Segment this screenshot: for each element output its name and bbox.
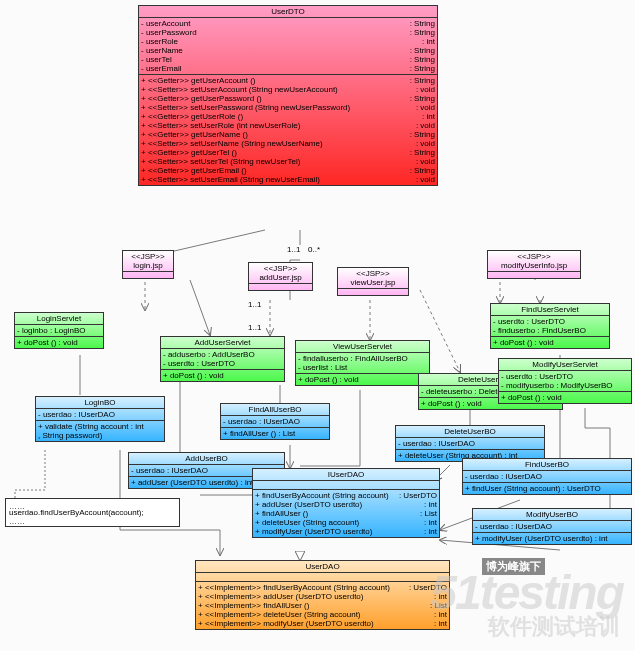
jsp-adduser: <<JSP>>addUser.jsp (248, 262, 313, 291)
class-userdto: UserDTO - userAccount: String- userPassw… (138, 5, 438, 186)
class-finduserbo: FindUserBO - userdao : IUserDAO+ findUse… (462, 458, 632, 495)
interface-iuserdao: IUserDAO + findUserByAccount (String acc… (252, 468, 440, 538)
watermark-logo: 51testing (430, 565, 623, 620)
mult: 1..1 (248, 323, 261, 332)
class-loginservlet: LoginServlet - loginbo : LoginBO+ doPost… (14, 312, 104, 349)
watermark-text: 软件测试培训 (488, 612, 620, 642)
class-modifyuserservlet: ModifyUserServlet - userdto : UserDTO- m… (498, 358, 632, 404)
attrs: - userAccount: String- userPassword: Str… (139, 18, 437, 75)
class-viewuserservlet: ViewUserServlet - findalluserbo : FindAl… (295, 340, 430, 386)
class-loginbo: LoginBO - userdao : IUserDAO+ validate (… (35, 396, 165, 442)
mult: 1..1 (287, 245, 300, 254)
class-adduserservlet: AddUserServlet - adduserbo : AddUserBO- … (160, 336, 285, 382)
class-deleteuserbo: DeleteUserBO - userdao : IUserDAO+ delet… (395, 425, 545, 462)
class-userdao: UserDAO + <<Implement>> findUserByAccoun… (195, 560, 450, 630)
class-finduserservlet: FindUserServlet - userdto : UserDTO- fin… (490, 303, 610, 349)
jsp-modify: <<JSP>>modifyUserInfo.jsp (487, 250, 581, 279)
class-findalluserbo: FindAllUserBO - userdao : IUserDAO+ find… (220, 403, 330, 440)
class-modifyuserbo: ModifyUserBO - userdao : IUserDAO+ modif… (472, 508, 632, 545)
jsp-login: <<JSP>>login.jsp (122, 250, 174, 279)
title: UserDTO (139, 6, 437, 18)
mult: 1..1 (248, 300, 261, 309)
mult: 0..* (308, 245, 320, 254)
jsp-viewuser: <<JSP>>viewUser.jsp (337, 267, 409, 296)
watermark-badge: 博为峰旗下 (482, 558, 545, 575)
ops: + <<Getter>> getUserAccount (): String+ … (139, 75, 437, 185)
note: …… userdao.findUserByAccount(account); …… (5, 498, 180, 527)
